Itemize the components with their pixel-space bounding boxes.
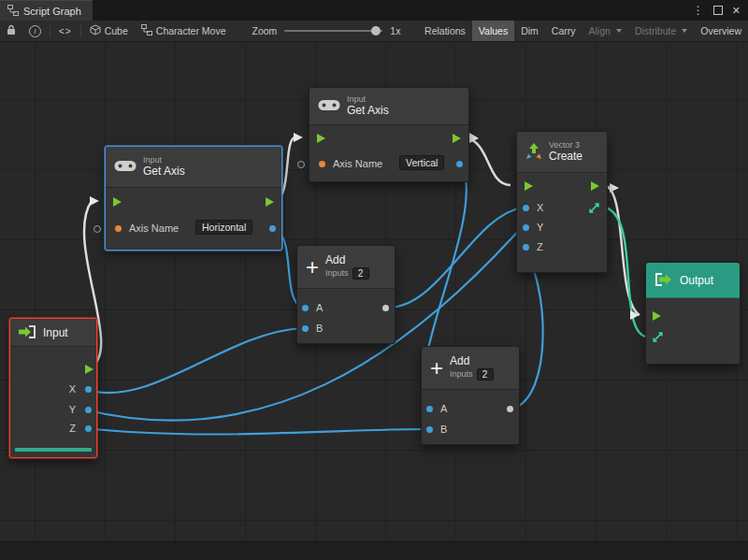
vector3-icon (525, 143, 542, 162)
lock-icon (7, 24, 16, 37)
port-z-in[interactable] (523, 244, 529, 251)
port-x[interactable] (85, 386, 92, 393)
info-button[interactable]: i (22, 21, 48, 41)
vector-value-port-icon[interactable] (652, 331, 664, 345)
node-input-unit[interactable]: Input X Y Z (9, 318, 97, 458)
port-label-b: B (440, 424, 447, 435)
axis-name-label: Axis Name (129, 223, 179, 234)
port-label-z: Z (69, 423, 76, 434)
gameobject-button[interactable]: Cube (83, 21, 135, 41)
flow-out-port[interactable] (591, 181, 599, 191)
flow-out-port[interactable] (453, 134, 461, 143)
graph-asset-button[interactable]: Character Move (135, 21, 233, 41)
port-b-in[interactable] (426, 426, 433, 433)
zoom-slider-track[interactable] (284, 30, 382, 32)
close-icon[interactable]: ✕ (732, 5, 741, 17)
node-get-axis-vertical[interactable]: Input Get Axis Axis Name Vertical (309, 87, 469, 182)
axis-name-port[interactable] (319, 161, 325, 167)
flow-in-port[interactable] (653, 311, 661, 321)
axis-name-field[interactable]: Horizontal (195, 220, 252, 235)
port-y-in[interactable] (523, 224, 529, 231)
flow-out-port[interactable] (85, 365, 94, 374)
overview-button[interactable]: Overview (694, 21, 748, 41)
axis-name-label: Axis Name (333, 158, 382, 169)
toolbar-separator (80, 24, 81, 37)
info-icon: i (29, 25, 41, 37)
zoom-slider-handle[interactable] (371, 26, 381, 36)
inputs-count-field[interactable]: 2 (477, 368, 494, 381)
zoom-slider[interactable] (284, 25, 382, 36)
gamepad-icon (114, 159, 137, 175)
cube-icon (90, 24, 101, 37)
port-a-in[interactable] (426, 406, 433, 412)
distribute-dropdown[interactable]: Distribute (628, 21, 694, 41)
node-title: Get Axis (347, 105, 389, 118)
axis-name-field[interactable]: Vertical (399, 155, 444, 170)
port-label-x: X (537, 202, 543, 213)
inputs-count-field[interactable]: 2 (352, 267, 369, 280)
port-z[interactable] (85, 425, 92, 432)
port-label-y: Y (69, 404, 76, 415)
port-sum-out[interactable] (507, 406, 513, 412)
port-y[interactable] (85, 407, 92, 413)
port-sum-out[interactable] (382, 305, 389, 311)
distribute-label: Distribute (635, 25, 676, 36)
values-button[interactable]: Values (472, 21, 514, 41)
code-icon: <> (59, 26, 72, 36)
node-output-unit[interactable]: Output (645, 262, 741, 365)
flow-out-port[interactable] (266, 197, 274, 207)
inputs-label: Inputs (325, 268, 349, 278)
port-label-a: A (440, 403, 447, 414)
window-titlebar: Script Graph ⋮ ✕ (0, 0, 748, 21)
maximize-icon[interactable] (713, 6, 723, 15)
lock-button[interactable] (0, 21, 22, 41)
node-add-1[interactable]: + Add Inputs 2 A B (296, 245, 396, 344)
dim-button[interactable]: Dim (514, 21, 545, 41)
align-label: Align (589, 25, 611, 36)
node-title: Get Axis (143, 165, 185, 179)
port-label-z: Z (537, 241, 543, 252)
chevron-down-icon (682, 29, 687, 33)
relations-button[interactable]: Relations (418, 21, 472, 41)
chevron-down-icon (616, 29, 622, 33)
align-dropdown[interactable]: Align (583, 21, 628, 41)
script-graph-icon (7, 5, 19, 18)
vector-result-port-icon[interactable] (588, 202, 600, 216)
port-x-in[interactable] (523, 205, 529, 211)
gameobject-label: Cube (105, 25, 128, 36)
tab-script-graph[interactable]: Script Graph (0, 0, 93, 21)
port-a-in[interactable] (302, 305, 309, 311)
output-unit-icon (654, 273, 673, 288)
toolbar-separator (50, 24, 50, 37)
node-title: Input (43, 326, 68, 339)
node-add-2[interactable]: + Add Inputs 2 A B (421, 346, 520, 445)
flow-in-port[interactable] (317, 134, 325, 143)
zoom-value: 1x (390, 25, 400, 36)
unconnected-port-indicator (297, 161, 305, 168)
add-icon: + (306, 258, 319, 277)
inputs-label: Inputs (450, 369, 473, 379)
axis-name-port[interactable] (115, 225, 122, 232)
flow-in-port[interactable] (113, 197, 122, 207)
unit-accent-bar (15, 448, 92, 452)
graph-asset-label: Character Move (156, 25, 226, 36)
node-title: Output (680, 274, 713, 287)
relations-label: Relations (424, 25, 466, 36)
embed-code-button[interactable]: <> (52, 21, 79, 41)
value-out-port[interactable] (456, 161, 463, 167)
gamepad-icon (318, 98, 340, 114)
node-vector3-create[interactable]: Vector 3 Create X Y Z (516, 131, 608, 273)
flow-in-port[interactable] (525, 181, 533, 191)
window-menu-icon[interactable]: ⋮ (693, 0, 704, 21)
port-label-y: Y (537, 222, 543, 233)
node-title: Add (325, 254, 369, 267)
value-out-port[interactable] (269, 225, 276, 232)
unconnected-port-indicator (94, 225, 101, 233)
carry-button[interactable]: Carry (545, 21, 583, 41)
graph-toolbar: i <> Cube Character Move Zoom 1x Relatio… (0, 21, 748, 42)
zoom-label: Zoom (252, 25, 278, 36)
node-get-axis-horizontal[interactable]: Input Get Axis Axis Name Horizontal (105, 146, 282, 251)
canvas-bottom-strip (0, 541, 748, 560)
values-label: Values (479, 25, 508, 36)
port-b-in[interactable] (302, 325, 309, 332)
